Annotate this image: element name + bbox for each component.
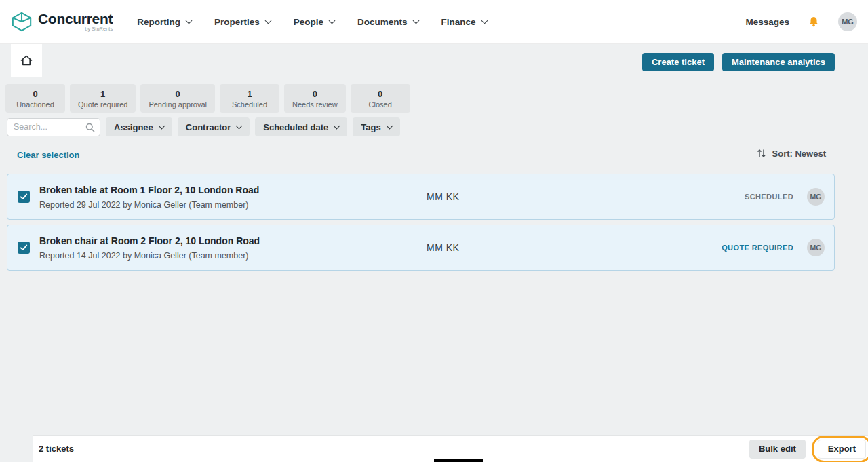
sort-control[interactable]: Sort: Newest bbox=[756, 148, 826, 159]
brand-logo[interactable]: Concurrent by StuRents bbox=[11, 11, 113, 33]
footer-actions: Bulk edit Export bbox=[749, 436, 868, 462]
bulk-action-bar: 2 tickets Bulk edit Export bbox=[33, 435, 868, 462]
ticket-title: Broken table at Room 1 Floor 2, 10 Londo… bbox=[39, 185, 418, 195]
chip-label: Needs review bbox=[292, 100, 338, 109]
dropdown-label: Contractor bbox=[186, 122, 231, 132]
assignee-filter-dropdown[interactable]: Assignee bbox=[106, 117, 172, 136]
chip-count: 0 bbox=[313, 89, 317, 99]
home-icon bbox=[20, 54, 33, 67]
chevron-down-icon bbox=[386, 122, 393, 129]
check-icon bbox=[19, 192, 28, 201]
ticket-avatar: MG bbox=[807, 188, 825, 206]
chip-count: 1 bbox=[247, 89, 252, 99]
status-chip-quote-required[interactable]: 1 Quote required bbox=[70, 84, 136, 113]
ticket-reported: Reported 14 Jul 2022 by Monica Geller (T… bbox=[39, 251, 418, 261]
brand-byline: by StuRents bbox=[38, 26, 113, 32]
chip-label: Pending approval bbox=[149, 100, 207, 109]
chevron-down-icon bbox=[329, 17, 336, 24]
nav-properties-label: Properties bbox=[214, 17, 260, 27]
chevron-down-icon bbox=[334, 122, 340, 129]
create-ticket-button[interactable]: Create ticket bbox=[642, 53, 714, 71]
sort-arrows-icon bbox=[756, 148, 767, 159]
ticket-avatar: MG bbox=[807, 239, 825, 256]
ticket-text: Broken table at Room 1 Floor 2, 10 Londo… bbox=[39, 185, 418, 210]
search-box bbox=[7, 118, 100, 136]
brand-text: Concurrent by StuRents bbox=[38, 12, 113, 32]
brand-name: Concurrent bbox=[38, 11, 113, 26]
bottom-screen-bar bbox=[434, 459, 483, 462]
status-chip-closed[interactable]: 0 Closed bbox=[351, 84, 410, 113]
ticket-text: Broken chair at Room 2 Floor 2, 10 Londo… bbox=[39, 235, 418, 261]
ticket-title: Broken chair at Room 2 Floor 2, 10 Londo… bbox=[39, 235, 418, 246]
status-chip-scheduled[interactable]: 1 Scheduled bbox=[220, 84, 279, 113]
ticket-status-badge: SCHEDULED bbox=[745, 193, 793, 201]
nav-documents-label: Documents bbox=[357, 17, 408, 27]
ticket-checkbox[interactable] bbox=[18, 242, 30, 254]
contractor-filter-dropdown[interactable]: Contractor bbox=[178, 117, 250, 136]
tags-filter-dropdown[interactable]: Tags bbox=[353, 117, 399, 136]
filter-row: Assignee Contractor Scheduled date Tags bbox=[7, 117, 400, 136]
chevron-down-icon bbox=[412, 17, 419, 24]
header-right-cluster: Messages MG bbox=[745, 12, 857, 31]
main-nav: Reporting Properties People Documents Fi… bbox=[137, 17, 486, 27]
chip-count: 0 bbox=[33, 89, 37, 99]
chip-label: Closed bbox=[369, 100, 392, 109]
chevron-down-icon bbox=[236, 122, 243, 129]
maintenance-analytics-button[interactable]: Maintenance analytics bbox=[722, 53, 835, 71]
page-actions: Create ticket Maintenance analytics bbox=[642, 53, 835, 71]
status-filter-chips: 0 Unactioned 1 Quote required 0 Pending … bbox=[5, 84, 410, 113]
status-chip-unactioned[interactable]: 0 Unactioned bbox=[5, 84, 65, 113]
check-icon bbox=[19, 243, 28, 252]
status-chip-pending-approval[interactable]: 0 Pending approval bbox=[140, 84, 215, 113]
dropdown-label: Tags bbox=[361, 122, 380, 132]
search-icon bbox=[85, 122, 96, 133]
nav-properties[interactable]: Properties bbox=[214, 17, 271, 27]
chevron-down-icon bbox=[185, 17, 192, 24]
main-content: Create ticket Maintenance analytics 0 Un… bbox=[0, 44, 868, 462]
chevron-down-icon bbox=[481, 17, 488, 24]
nav-finance[interactable]: Finance bbox=[441, 17, 487, 27]
clear-selection-link[interactable]: Clear selection bbox=[17, 150, 80, 160]
sort-label: Sort: Newest bbox=[772, 149, 826, 159]
user-avatar[interactable]: MG bbox=[838, 12, 857, 31]
ticket-assignees: MM KK bbox=[427, 191, 459, 202]
ticket-row[interactable]: Broken table at Room 1 Floor 2, 10 Londo… bbox=[7, 174, 835, 220]
nav-people-label: People bbox=[294, 17, 323, 27]
chip-label: Quote required bbox=[78, 100, 127, 109]
chevron-down-icon bbox=[158, 122, 165, 129]
chip-label: Unactioned bbox=[16, 100, 54, 109]
chip-count: 1 bbox=[100, 89, 105, 99]
top-navbar: Concurrent by StuRents Reporting Propert… bbox=[0, 0, 868, 44]
notifications-icon[interactable] bbox=[807, 15, 821, 28]
export-button[interactable]: Export bbox=[818, 440, 866, 459]
ticket-reported: Reported 29 Jul 2022 by Monica Geller (T… bbox=[39, 200, 418, 210]
nav-reporting[interactable]: Reporting bbox=[137, 17, 191, 27]
nav-documents[interactable]: Documents bbox=[357, 17, 418, 27]
chevron-down-icon bbox=[264, 17, 271, 24]
scheduled-date-filter-dropdown[interactable]: Scheduled date bbox=[255, 117, 347, 136]
ticket-status-badge: QUOTE REQUIRED bbox=[722, 244, 793, 252]
nav-finance-label: Finance bbox=[441, 17, 476, 27]
nav-reporting-label: Reporting bbox=[137, 17, 180, 27]
ticket-count: 2 tickets bbox=[39, 444, 74, 454]
ticket-checkbox[interactable] bbox=[18, 191, 30, 203]
export-highlight-annotation: Export bbox=[812, 436, 868, 462]
ticket-list: Broken table at Room 1 Floor 2, 10 Londo… bbox=[7, 174, 835, 275]
home-tab[interactable] bbox=[11, 44, 42, 77]
ticket-row[interactable]: Broken chair at Room 2 Floor 2, 10 Londo… bbox=[7, 225, 835, 271]
ticket-assignees: MM KK bbox=[427, 242, 459, 253]
concurrent-logo-icon bbox=[11, 11, 33, 33]
bulk-edit-button[interactable]: Bulk edit bbox=[749, 440, 806, 459]
dropdown-label: Scheduled date bbox=[263, 122, 328, 132]
chip-count: 0 bbox=[176, 89, 180, 99]
chip-label: Scheduled bbox=[232, 100, 267, 109]
messages-link[interactable]: Messages bbox=[745, 17, 789, 27]
dropdown-label: Assignee bbox=[114, 122, 153, 132]
nav-people[interactable]: People bbox=[294, 17, 334, 27]
status-chip-needs-review[interactable]: 0 Needs review bbox=[284, 84, 346, 113]
chip-count: 0 bbox=[378, 89, 382, 99]
